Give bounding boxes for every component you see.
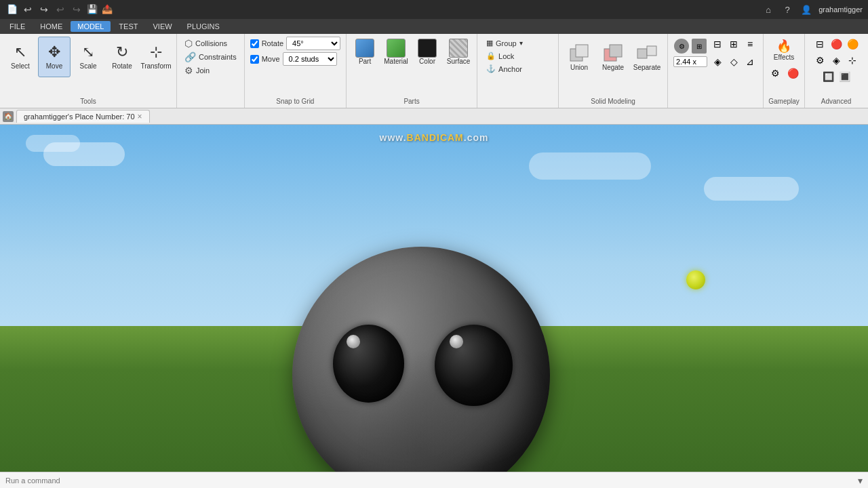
union-button[interactable]: Union (563, 37, 595, 77)
negate-button[interactable]: Negate (597, 37, 629, 77)
solid-modeling-section: Union Negate Separate Solid Modeling (559, 34, 668, 108)
svg-rect-3 (610, 45, 622, 57)
viewport[interactable]: www.BANDICAM.com (0, 125, 868, 472)
gameplay-icon-2[interactable]: 🔴 (785, 66, 800, 81)
constraints-value-input[interactable]: 2.44 (673, 56, 707, 67)
tab-label: grahamtigger's Place Number: 70 (24, 113, 135, 121)
constraint-r5[interactable]: ◇ (726, 54, 741, 69)
constraint-icon-1[interactable]: ⚙ (674, 39, 689, 54)
color-button[interactable]: Color (413, 37, 441, 67)
gameplay-icon-1[interactable]: ⚙ (768, 66, 783, 81)
constraint-r4[interactable]: ◈ (710, 54, 725, 69)
constraint-r3[interactable]: ≡ (743, 37, 757, 52)
move-snap-dropdown[interactable]: 0.1 studs 0.2 studs 0.5 studs 1 stud (283, 52, 337, 66)
redo2-button[interactable]: ↪ (69, 2, 84, 17)
constraints-right-icons: ⊟ ⊞ ≡ ◈ ◇ ⊿ (710, 37, 757, 69)
scale-button[interactable]: ⤡ Scale (72, 37, 104, 77)
undo2-button[interactable]: ↩ (53, 2, 68, 17)
tools-section: ↖ Select ✥ Move ⤡ Scale ↻ Rotate ⊹ Trans… (0, 34, 177, 108)
undo-redo-group: ↩ ↪ ↩ ↪ (20, 2, 84, 17)
move-label: Move (46, 62, 62, 70)
rotate-snap-dropdown[interactable]: 15° 45° 90° 180° (286, 37, 340, 50)
adv-icon-7[interactable]: 🔲 (821, 69, 835, 84)
menu-home[interactable]: HOME (33, 21, 69, 32)
titlebar-right: ⌂ ? 👤 grahamtigger (762, 3, 863, 16)
command-input[interactable] (5, 476, 277, 485)
menu-view[interactable]: VIEW (146, 21, 178, 32)
color-label: Color (419, 58, 435, 65)
anchor-label: Anchor (498, 65, 522, 73)
help-icon[interactable]: ? (781, 3, 794, 16)
separate-button[interactable]: Separate (631, 37, 663, 77)
collisions-section: ⬡ Collisions 🔗 Constraints ⚙ Join (177, 34, 245, 108)
rotate-button[interactable]: ↻ Rotate (106, 37, 138, 77)
adv-icon-6[interactable]: ⊹ (845, 53, 860, 68)
part-label: Part (359, 58, 371, 65)
eye-left (333, 325, 404, 403)
rock-sphere-container (292, 247, 550, 472)
move-snap-label[interactable]: Move (262, 55, 280, 63)
surface-button[interactable]: Surface (444, 37, 473, 67)
lock-button[interactable]: 🔒 Lock (483, 49, 553, 62)
cloud-1b (26, 135, 80, 152)
adv-icon-2[interactable]: 🔴 (829, 37, 844, 52)
collisions-section-label (182, 105, 239, 106)
color-icon (418, 39, 437, 58)
tab-place[interactable]: grahamtigger's Place Number: 70 × (16, 110, 150, 123)
effects-button[interactable]: 🔥 Effects (772, 37, 796, 63)
tab-close-button[interactable]: × (138, 113, 142, 121)
constraints-icon-group: ⚙ ⊞ 2.44 (673, 39, 707, 67)
titlebar: 📄 ↩ ↪ ↩ ↪ 💾 📤 ⌂ ? 👤 grahamtigger (0, 0, 868, 19)
constraint-icon-2[interactable]: ⊞ (692, 39, 707, 54)
rotate-snap-label[interactable]: Rotate (262, 39, 283, 47)
group-dropdown-icon: ▾ (519, 39, 523, 47)
menu-file[interactable]: FILE (3, 21, 32, 32)
select-icon: ↖ (14, 43, 26, 61)
redo-button[interactable]: ↪ (37, 2, 52, 17)
adv-icon-3[interactable]: 🟠 (845, 37, 860, 52)
svg-rect-5 (647, 46, 656, 56)
move-button[interactable]: ✥ Move (38, 37, 71, 77)
statusbar: ▾ (0, 472, 868, 488)
parts-section: Part Material Color Surface Parts (347, 34, 477, 108)
menu-test[interactable]: TEST (112, 21, 144, 32)
collisions-button[interactable]: ⬡ Collisions (182, 37, 239, 50)
anchor-button[interactable]: ⚓ Anchor (483, 62, 553, 75)
move-checkbox[interactable] (250, 55, 259, 64)
home-icon[interactable]: ⌂ (762, 3, 775, 16)
constraints-input-row: 2.44 (673, 56, 707, 67)
transform-button[interactable]: ⊹ Transform (140, 37, 172, 77)
join-icon: ⚙ (184, 65, 193, 76)
join-button[interactable]: ⚙ Join (182, 64, 239, 77)
group-button[interactable]: ▦ Group ▾ (483, 37, 553, 49)
part-button[interactable]: Part (351, 37, 379, 67)
save-icon[interactable]: 💾 (85, 2, 99, 16)
select-button[interactable]: ↖ Select (4, 37, 37, 77)
move-snap-row: Move 0.1 studs 0.2 studs 0.5 studs 1 stu… (250, 52, 340, 66)
surface-label: Surface (447, 58, 470, 65)
constraint-r1[interactable]: ⊟ (710, 37, 725, 52)
rotate-checkbox[interactable] (250, 39, 259, 48)
constraints-button[interactable]: 🔗 Constraints (182, 50, 239, 64)
anchor-icon: ⚓ (486, 64, 496, 73)
constraint-r2[interactable]: ⊞ (726, 37, 741, 52)
adv-icon-5[interactable]: ◈ (829, 53, 844, 68)
snap-label: Snap to Grid (250, 98, 340, 106)
adv-icon-4[interactable]: ⚙ (812, 53, 827, 68)
rock-sphere (292, 247, 550, 472)
collisions-icon: ⬡ (184, 38, 193, 49)
adv-icon-8[interactable]: 🔳 (837, 69, 852, 84)
user-icon[interactable]: 👤 (800, 3, 813, 16)
adv-icon-1[interactable]: ⊟ (812, 37, 827, 52)
menu-plugins[interactable]: PLUGINS (180, 21, 226, 32)
material-button[interactable]: Material (382, 37, 410, 67)
new-file-icon[interactable]: 📄 (5, 2, 19, 16)
effects-fire-icon: 🔥 (776, 39, 791, 54)
rotate-icon: ↻ (116, 43, 128, 61)
publish-icon[interactable]: 📤 (100, 2, 114, 16)
undo-button[interactable]: ↩ (20, 2, 35, 17)
constraint-r6[interactable]: ⊿ (743, 54, 757, 69)
menu-model[interactable]: MODEL (71, 21, 111, 32)
cloud-2 (529, 152, 651, 180)
statusbar-dropdown[interactable]: ▾ (858, 475, 863, 486)
